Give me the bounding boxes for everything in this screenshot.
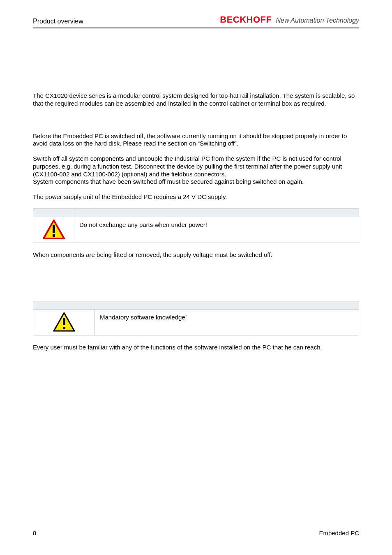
svg-rect-5: [63, 327, 65, 329]
warning-icon: [43, 220, 65, 241]
warning-callout-2: Mandatory software knowledge!: [33, 301, 359, 335]
spacer-2: [33, 266, 359, 295]
page-header: Product overview BECKHOFF New Automation…: [33, 14, 359, 28]
warning-callout-1: Do not exchange any parts when under pow…: [33, 208, 359, 243]
callout-1-icon-cell: [33, 217, 74, 243]
page-footer: 8 Embedded PC: [33, 530, 359, 536]
svg-rect-2: [53, 234, 55, 237]
paragraph-fitting: When components are being fitted or remo…: [33, 251, 359, 259]
caution-icon: [53, 312, 75, 333]
paragraph-psu: The power supply unit of the Embedded PC…: [33, 193, 359, 201]
callout-2-hdr: [33, 301, 359, 309]
callout-1-hdr-left: [33, 208, 74, 217]
callout-1-hdr-right: [74, 208, 359, 217]
callout-2-text: Mandatory software knowledge!: [95, 309, 359, 335]
brand-block: BECKHOFF New Automation Technology: [220, 14, 359, 25]
svg-rect-4: [63, 318, 65, 325]
section-title: Product overview: [33, 18, 83, 25]
content-area: The CX1020 device series is a modular co…: [33, 28, 359, 351]
paragraph-secured: System components that have been switche…: [33, 178, 359, 186]
callout-1-text: Do not exchange any parts when under pow…: [74, 217, 359, 243]
paragraph-switchoff-note: Before the Embedded PC is switched off, …: [33, 132, 359, 148]
brand-tagline: New Automation Technology: [276, 17, 360, 24]
paragraph-disconnect: Switch off all system components and unc…: [33, 155, 359, 178]
brand-logo-text: BECKHOFF: [220, 14, 272, 25]
footer-doc-title: Embedded PC: [319, 530, 359, 536]
callout-2-icon-cell: [33, 309, 95, 335]
page-number: 8: [33, 530, 36, 536]
svg-rect-1: [53, 225, 55, 233]
page-root: Product overview BECKHOFF New Automation…: [0, 0, 392, 555]
paragraph-intro: The CX1020 device series is a modular co…: [33, 92, 359, 108]
paragraph-software-knowledge: Every user must be familiar with any of …: [33, 344, 359, 352]
